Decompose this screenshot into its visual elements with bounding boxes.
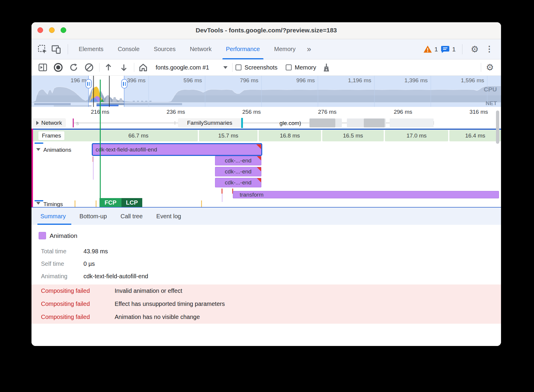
capture-settings-gear-icon[interactable]: ⚙ bbox=[484, 63, 496, 72]
save-profile-icon[interactable] bbox=[118, 61, 130, 73]
message-count: 1 bbox=[452, 46, 456, 53]
frames-track: 66.7 ms 15.7 ms 16.8 ms 16.5 ms 17.0 ms … bbox=[31, 130, 501, 142]
transform-start-tick bbox=[222, 189, 222, 194]
fcp-marker[interactable]: FCP bbox=[99, 198, 121, 207]
clipped-request-text: s bbox=[76, 120, 79, 127]
more-tabs-icon[interactable]: » bbox=[303, 45, 315, 54]
network-track-label: Network bbox=[41, 120, 62, 126]
clear-recording-icon[interactable] bbox=[83, 61, 95, 73]
warning-row: Compositing failed Invalid animation or … bbox=[41, 287, 182, 294]
timing-tick bbox=[75, 200, 75, 207]
tab-call-tree[interactable]: Call tree bbox=[121, 208, 143, 225]
tab-sources[interactable]: Sources bbox=[147, 39, 183, 59]
track-accent-bar bbox=[31, 129, 33, 207]
profile-select[interactable]: fonts.google.com #1 bbox=[156, 64, 209, 71]
frame-segment[interactable]: 16.4 ms bbox=[449, 130, 501, 141]
toggle-sidebar-icon[interactable] bbox=[37, 61, 49, 73]
animation-event-bar[interactable]: cdk-...-end bbox=[215, 178, 261, 187]
memory-checkbox[interactable] bbox=[286, 64, 292, 70]
lcp-marker[interactable]: LCP bbox=[121, 198, 142, 207]
network-request-marker bbox=[241, 118, 243, 128]
memory-checkbox-group[interactable]: Memory bbox=[286, 64, 316, 71]
animation-event-bar[interactable]: cdk-...-end bbox=[215, 156, 261, 165]
main-tracks-area: Animations cdk-text-field-autofill-end c… bbox=[31, 142, 501, 207]
screenshots-checkbox[interactable] bbox=[236, 64, 241, 70]
animation-event-bar[interactable]: cdk-...-end bbox=[215, 167, 261, 176]
warning-icon bbox=[423, 45, 432, 53]
tracks-scrollbar[interactable] bbox=[496, 110, 499, 144]
overview-cursor-line2 bbox=[109, 76, 110, 107]
collapse-timings-icon[interactable] bbox=[36, 202, 40, 205]
fcp-time-line bbox=[100, 80, 101, 198]
summary-row-self-time: Self time 0 µs bbox=[41, 260, 95, 267]
network-request-chip[interactable]: FamilySummaries bbox=[178, 118, 241, 127]
devtools-tab-bar: Elements Console Sources Network Perform… bbox=[31, 39, 501, 59]
tab-performance[interactable]: Performance bbox=[219, 39, 267, 59]
summary-panel: Animation Total time 43.98 ms Self time … bbox=[31, 225, 501, 346]
overview-time-label: 1,596 ms bbox=[461, 77, 484, 84]
frames-track-header[interactable]: Frames bbox=[38, 131, 64, 140]
frame-segment[interactable]: 15.7 ms bbox=[199, 130, 257, 141]
toolbar-divider3 bbox=[232, 63, 233, 72]
tab-summary[interactable]: Summary bbox=[40, 208, 66, 225]
timeline-overview[interactable]: 196 ms 396 ms 596 ms 796 ms 996 ms 1,196… bbox=[31, 76, 501, 107]
cpu-lane-label: CPU bbox=[484, 86, 497, 93]
network-request-bar[interactable] bbox=[390, 118, 434, 127]
tab-elements[interactable]: Elements bbox=[72, 39, 110, 59]
frame-segment[interactable]: 16.8 ms bbox=[259, 130, 321, 141]
selection-left-handle[interactable] bbox=[86, 79, 92, 88]
toolbar-divider2 bbox=[134, 63, 134, 72]
window-title: DevTools - fonts.google.com/?preview.siz… bbox=[31, 27, 501, 34]
tab-console[interactable]: Console bbox=[110, 39, 146, 59]
transform-animation-bar[interactable]: transform bbox=[233, 191, 499, 198]
collect-garbage-icon[interactable] bbox=[320, 61, 332, 73]
overview-time-label: 396 ms bbox=[127, 77, 146, 84]
reload-and-record-button[interactable] bbox=[68, 61, 80, 73]
memory-label: Memory bbox=[295, 64, 316, 71]
compositing-failed-corner-icon bbox=[257, 156, 261, 160]
network-request-label: gle.com) bbox=[279, 120, 301, 127]
timings-scroll-indicator bbox=[34, 200, 43, 201]
animation-event-bar-selected[interactable]: cdk-text-field-autofill-end bbox=[93, 144, 261, 155]
expand-network-icon[interactable] bbox=[36, 121, 39, 125]
animations-scroll-indicator bbox=[34, 143, 43, 144]
ruler-tick: 316 ms bbox=[470, 109, 488, 115]
tab-event-log[interactable]: Event log bbox=[156, 208, 181, 225]
record-button[interactable] bbox=[52, 61, 64, 73]
animation-color-swatch bbox=[39, 232, 46, 239]
warning-row: Compositing failed Animation has no visi… bbox=[41, 314, 200, 320]
profile-caret-icon[interactable] bbox=[223, 66, 227, 69]
compositing-failed-corner-icon bbox=[256, 144, 261, 149]
frame-segment[interactable]: 16.5 ms bbox=[322, 130, 384, 141]
issues-warning-badge[interactable]: 1 bbox=[423, 45, 438, 53]
screenshots-label: Screenshots bbox=[244, 64, 277, 71]
tab-network[interactable]: Network bbox=[183, 39, 219, 59]
network-magenta-marker bbox=[73, 118, 74, 127]
network-request-bar[interactable] bbox=[309, 118, 335, 127]
timings-track-label: Timings bbox=[43, 201, 63, 207]
inspect-element-icon[interactable] bbox=[37, 44, 48, 55]
frame-segment[interactable]: 17.0 ms bbox=[385, 130, 448, 141]
ruler-tick: 256 ms bbox=[242, 109, 261, 115]
customize-menu-icon[interactable]: ⋮ bbox=[484, 45, 495, 53]
home-icon[interactable] bbox=[137, 61, 149, 73]
collapse-animations-icon[interactable] bbox=[36, 148, 40, 151]
compositing-failed-corner-icon bbox=[257, 167, 261, 171]
overview-time-label: 996 ms bbox=[296, 77, 315, 84]
warning-count: 1 bbox=[435, 46, 438, 53]
timing-tick bbox=[96, 200, 97, 207]
overview-cursor-line bbox=[93, 76, 94, 107]
frames-track-label: Frames bbox=[42, 132, 61, 139]
settings-gear-icon[interactable]: ⚙ bbox=[469, 45, 481, 54]
issues-message-badge[interactable]: 1 bbox=[441, 45, 456, 53]
device-toolbar-icon[interactable] bbox=[50, 44, 62, 55]
tab-bar-divider bbox=[68, 44, 68, 54]
screenshots-checkbox-group[interactable]: Screenshots bbox=[236, 64, 277, 71]
load-profile-icon[interactable] bbox=[102, 61, 114, 73]
network-track-header[interactable]: Network bbox=[33, 118, 66, 127]
selection-right-handle[interactable] bbox=[121, 79, 127, 88]
toolbar-divider4 bbox=[481, 63, 481, 72]
tab-bottom-up[interactable]: Bottom-up bbox=[80, 208, 107, 225]
overview-time-label: 796 ms bbox=[240, 77, 258, 84]
tab-memory[interactable]: Memory bbox=[267, 39, 303, 59]
